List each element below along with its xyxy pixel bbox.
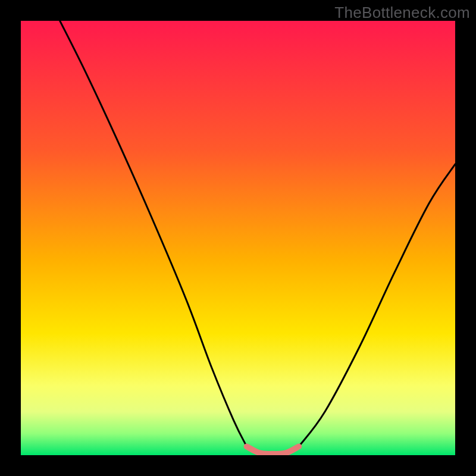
chart-frame: TheBottleneck.com — [0, 0, 476, 476]
plot-area — [21, 21, 455, 455]
watermark-label: TheBottleneck.com — [334, 4, 470, 22]
curve-layer — [21, 21, 455, 455]
curve-valley-floor — [247, 446, 299, 454]
curve-right-ascent — [297, 164, 455, 449]
curve-left-descent — [60, 21, 248, 449]
